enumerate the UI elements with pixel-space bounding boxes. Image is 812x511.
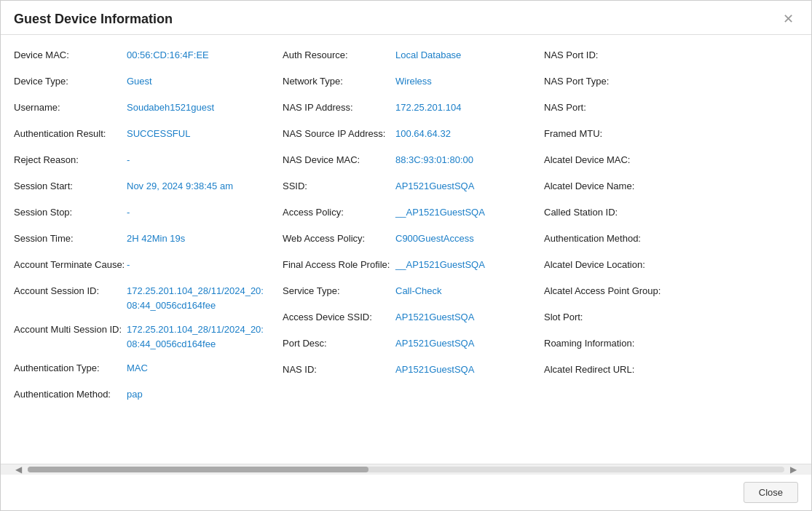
scroll-right-arrow[interactable]: ▶ bbox=[790, 464, 797, 475]
info-value[interactable]: Local Database bbox=[395, 48, 461, 63]
info-label: Network Type: bbox=[283, 74, 395, 89]
info-label: Alcatel Device Location: bbox=[544, 258, 657, 272]
info-row: Account Session ID:172.25.201.104_28/11/… bbox=[14, 284, 268, 312]
info-label: Account Terminate Cause: bbox=[14, 258, 127, 272]
close-button[interactable]: Close bbox=[744, 482, 798, 503]
close-x-button[interactable]: ✕ bbox=[779, 11, 798, 27]
info-label: Framed MTU: bbox=[544, 127, 657, 141]
info-value[interactable]: Wireless bbox=[395, 74, 432, 89]
info-row: Service Type:Call-Check bbox=[283, 284, 529, 300]
info-row: Authentication Result:SUCCESSFUL bbox=[14, 127, 268, 143]
info-row: NAS ID:AP1521GuestSQA bbox=[283, 363, 529, 379]
info-label: NAS IP Address: bbox=[283, 100, 395, 115]
info-col-2: Auth Resource:Local DatabaseNetwork Type… bbox=[275, 48, 537, 413]
info-value[interactable]: MAC bbox=[127, 361, 148, 376]
info-value[interactable]: __AP1521GuestSQA bbox=[395, 205, 485, 220]
info-value[interactable]: C900GuestAccess bbox=[395, 231, 474, 246]
info-row: Alcatel Redirect URL: bbox=[544, 363, 791, 379]
info-value[interactable]: 2H 42Min 19s bbox=[127, 231, 185, 246]
info-row: Web Access Policy:C900GuestAccess bbox=[283, 231, 529, 247]
info-label: Slot Port: bbox=[544, 310, 657, 325]
info-value[interactable]: AP1521GuestSQA bbox=[395, 336, 474, 351]
info-row: Authentication Method: bbox=[544, 231, 791, 247]
info-value[interactable]: 00:56:CD:16:4F:EE bbox=[127, 48, 209, 63]
info-label: NAS Port: bbox=[544, 100, 657, 115]
info-value[interactable]: 172.25.201.104_28/11/2024_20:08:44_0056c… bbox=[127, 284, 268, 312]
info-label: Device MAC: bbox=[14, 48, 127, 63]
info-label: Alcatel Device MAC: bbox=[544, 153, 657, 167]
info-value[interactable]: 100.64.64.32 bbox=[395, 127, 451, 141]
info-value[interactable]: Soudabeh1521guest bbox=[127, 100, 214, 115]
info-label: Authentication Method: bbox=[544, 231, 657, 246]
info-label: Alcatel Device Name: bbox=[544, 179, 657, 194]
info-value[interactable]: - bbox=[127, 153, 130, 167]
info-value[interactable]: 172.25.201.104 bbox=[395, 100, 461, 115]
info-label: Account Multi Session ID: bbox=[14, 322, 127, 337]
info-row: Network Type:Wireless bbox=[283, 74, 529, 90]
info-row: Username:Soudabeh1521guest bbox=[14, 100, 268, 116]
info-row: NAS Port Type: bbox=[544, 74, 791, 90]
info-row: Account Multi Session ID:172.25.201.104_… bbox=[14, 322, 268, 351]
info-label: Web Access Policy: bbox=[283, 231, 395, 246]
scrollbar-track[interactable] bbox=[28, 467, 784, 472]
info-value[interactable]: - bbox=[127, 258, 130, 272]
horizontal-scrollbar[interactable]: ◀ ▶ bbox=[1, 464, 811, 474]
info-value[interactable]: Call-Check bbox=[395, 284, 442, 298]
info-value[interactable]: AP1521GuestSQA bbox=[395, 179, 474, 194]
dialog-content: Device MAC:00:56:CD:16:4F:EEDevice Type:… bbox=[1, 35, 811, 464]
info-row: Device Type:Guest bbox=[14, 74, 268, 90]
info-label: Authentication Type: bbox=[14, 361, 127, 376]
info-label: Authentication Method: bbox=[14, 387, 127, 402]
info-value[interactable]: __AP1521GuestSQA bbox=[395, 258, 485, 272]
info-label: Service Type: bbox=[283, 284, 395, 298]
info-row: Access Device SSID:AP1521GuestSQA bbox=[283, 310, 529, 326]
guest-device-dialog: Guest Device Information ✕ Device MAC:00… bbox=[0, 0, 812, 511]
info-label: Device Type: bbox=[14, 74, 127, 89]
dialog-title: Guest Device Information bbox=[14, 12, 173, 27]
info-value[interactable]: pap bbox=[127, 387, 143, 402]
info-row: Auth Resource:Local Database bbox=[283, 48, 529, 64]
dialog-footer: Close bbox=[1, 474, 811, 510]
info-label: Auth Resource: bbox=[283, 48, 395, 63]
info-label: Port Desc: bbox=[283, 336, 395, 351]
info-row: Session Time:2H 42Min 19s bbox=[14, 231, 268, 247]
info-label: Called Station ID: bbox=[544, 205, 657, 220]
info-label: NAS ID: bbox=[283, 363, 395, 377]
info-row: Session Start:Nov 29, 2024 9:38:45 am bbox=[14, 179, 268, 195]
info-row: Alcatel Device Location: bbox=[544, 258, 791, 274]
scrollbar-thumb[interactable] bbox=[28, 467, 368, 472]
info-label: SSID: bbox=[283, 179, 395, 194]
info-row: Port Desc:AP1521GuestSQA bbox=[283, 336, 529, 352]
info-label: NAS Port ID: bbox=[544, 48, 657, 63]
info-label: Session Time: bbox=[14, 231, 127, 246]
info-value[interactable]: 88:3C:93:01:80:00 bbox=[395, 153, 473, 167]
scroll-left-arrow[interactable]: ◀ bbox=[15, 464, 22, 475]
info-row: Authentication Type:MAC bbox=[14, 361, 268, 377]
info-value[interactable]: 172.25.201.104_28/11/2024_20:08:44_0056c… bbox=[127, 322, 268, 351]
info-value[interactable]: - bbox=[127, 205, 130, 220]
info-label: NAS Device MAC: bbox=[283, 153, 395, 167]
info-row: Device MAC:00:56:CD:16:4F:EE bbox=[14, 48, 268, 64]
info-value[interactable]: SUCCESSFUL bbox=[127, 127, 190, 141]
info-row: Account Terminate Cause:- bbox=[14, 258, 268, 274]
info-label: Session Start: bbox=[14, 179, 127, 194]
info-row: NAS Port ID: bbox=[544, 48, 791, 64]
info-row: Alcatel Access Point Group: bbox=[544, 284, 791, 300]
info-col-1: Device MAC:00:56:CD:16:4F:EEDevice Type:… bbox=[14, 48, 275, 413]
info-grid: Device MAC:00:56:CD:16:4F:EEDevice Type:… bbox=[14, 48, 798, 413]
info-label: Session Stop: bbox=[14, 205, 127, 220]
info-row: NAS IP Address:172.25.201.104 bbox=[283, 100, 529, 116]
dialog-header: Guest Device Information ✕ bbox=[1, 1, 811, 35]
info-value[interactable]: AP1521GuestSQA bbox=[395, 310, 474, 325]
info-label: Reject Reason: bbox=[14, 153, 127, 167]
info-label: Account Session ID: bbox=[14, 284, 127, 298]
info-row: Alcatel Device MAC: bbox=[544, 153, 791, 169]
info-label: Final Access Role Profile: bbox=[283, 258, 395, 272]
info-label: Access Device SSID: bbox=[283, 310, 395, 325]
info-value[interactable]: Guest bbox=[127, 74, 152, 89]
info-value[interactable]: Nov 29, 2024 9:38:45 am bbox=[127, 179, 233, 194]
info-row: SSID:AP1521GuestSQA bbox=[283, 179, 529, 195]
info-value[interactable]: AP1521GuestSQA bbox=[395, 363, 474, 377]
info-col-3: NAS Port ID:NAS Port Type:NAS Port:Frame… bbox=[537, 48, 798, 413]
info-label: Roaming Information: bbox=[544, 336, 657, 351]
